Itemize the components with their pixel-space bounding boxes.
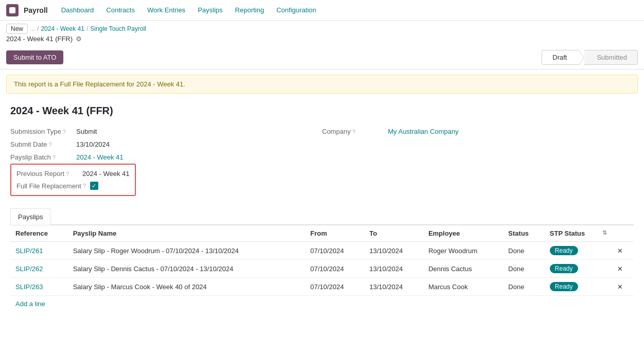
cell-payslip-name-1: Salary Slip - Dennis Cactus - 07/10/2024… — [68, 260, 305, 278]
reference-link-1[interactable]: SLIP/262 — [15, 265, 43, 273]
cell-delete-2: ✕ — [612, 278, 634, 296]
full-file-replacement-label: Full File Replacement ? — [16, 182, 86, 190]
submission-type-field: Submission Type ? Submit — [10, 125, 322, 138]
company-field: Company ? My Australian Company — [322, 125, 634, 138]
breadcrumb-parent2[interactable]: Single Touch Payroll — [90, 25, 146, 32]
breadcrumb-sep2: / — [86, 25, 88, 32]
submit-date-value: 13/10/2024 — [76, 140, 110, 148]
payslip-batch-field: Payslip Batch ? 2024 - Week 41 — [10, 151, 322, 164]
banner-message: This report is a Full File Replacement f… — [14, 80, 185, 88]
status-submitted: Submitted — [584, 50, 638, 65]
stp-badge-1: Ready — [550, 264, 578, 273]
cell-to-1: 13/10/2024 — [364, 260, 423, 278]
submission-type-label: Submission Type ? — [10, 128, 72, 135]
reference-link-2[interactable]: SLIP/263 — [15, 283, 43, 291]
form-fields: Submission Type ? Submit Submit Date ? 1… — [10, 125, 634, 201]
full-file-replacement-field: Full File Replacement ? ✓ — [16, 180, 130, 192]
cell-payslip-name-2: Salary Slip - Marcus Cook - Week 40 of 2… — [68, 278, 305, 296]
full-file-replacement-checkbox[interactable]: ✓ — [90, 182, 98, 190]
highlighted-section: Previous Report ? 2024 - Week 41 Full Fi… — [10, 164, 136, 196]
cell-delete-0: ✕ — [612, 242, 634, 260]
submission-type-help[interactable]: ? — [63, 129, 66, 135]
action-bar: Submit to ATO Draft Submitted — [0, 46, 644, 69]
payslip-batch-help[interactable]: ? — [53, 154, 56, 161]
breadcrumb-sep1: / — [37, 25, 39, 32]
status-arrow — [579, 50, 584, 65]
delete-row-button-0[interactable]: ✕ — [617, 247, 623, 255]
col-from: From — [305, 225, 364, 242]
main-content: 2024 - Week 41 (FFR) Submission Type ? S… — [0, 99, 644, 318]
stp-badge-2: Ready — [550, 282, 578, 291]
full-file-replacement-help[interactable]: ? — [83, 183, 86, 189]
cell-stp-status-2: Ready — [545, 278, 612, 296]
cell-stp-status-0: Ready — [545, 242, 612, 260]
app-name: Payroll — [24, 6, 48, 14]
nav-item-configuration[interactable]: Configuration — [271, 0, 321, 21]
table-row: SLIP/262 Salary Slip - Dennis Cactus - 0… — [10, 260, 634, 278]
new-button[interactable]: New — [6, 24, 28, 34]
table-row: SLIP/261 Salary Slip - Roger Woodrum - 0… — [10, 242, 634, 260]
cell-stp-status-1: Ready — [545, 260, 612, 278]
tabs-container: Payslips — [10, 208, 634, 225]
previous-report-help[interactable]: ? — [66, 171, 69, 177]
cell-from-1: 07/10/2024 — [305, 260, 364, 278]
col-actions — [612, 225, 634, 242]
breadcrumb-current: 2024 - Week 41 (FFR) — [6, 35, 73, 43]
submit-to-ato-button[interactable]: Submit to ATO — [6, 50, 63, 64]
col-payslip-name: Payslip Name — [68, 225, 305, 242]
payslips-table: Reference Payslip Name From To Employee … — [10, 225, 634, 296]
company-label: Company ? — [322, 128, 384, 135]
cell-payslip-name-0: Salary Slip - Roger Woodrum - 07/10/2024… — [68, 242, 305, 260]
stp-sort-icon[interactable]: ⇅ — [602, 229, 607, 236]
company-value[interactable]: My Australian Company — [388, 128, 459, 135]
cell-status-0: Done — [503, 242, 545, 260]
col-status: Status — [503, 225, 545, 242]
col-reference: Reference — [10, 225, 68, 242]
previous-report-field: Previous Report ? 2024 - Week 41 — [16, 168, 130, 180]
company-help[interactable]: ? — [352, 129, 355, 135]
submit-date-help[interactable]: ? — [49, 141, 52, 148]
breadcrumb-parent1[interactable]: 2024 - Week 41 — [41, 25, 84, 32]
cell-employee-1: Dennis Cactus — [423, 260, 503, 278]
nav-item-dashboard[interactable]: Dashboard — [56, 0, 99, 21]
info-banner: This report is a Full File Replacement f… — [6, 75, 638, 94]
record-title: 2024 - Week 41 (FFR) — [10, 105, 634, 117]
nav-item-reporting[interactable]: Reporting — [230, 0, 269, 21]
table-row: SLIP/263 Salary Slip - Marcus Cook - Wee… — [10, 278, 634, 296]
cell-delete-1: ✕ — [612, 260, 634, 278]
submit-date-label: Submit Date ? — [10, 140, 72, 148]
breadcrumb: New ... / 2024 - Week 41 / Single Touch … — [0, 21, 644, 35]
col-to: To — [364, 225, 423, 242]
cell-from-2: 07/10/2024 — [305, 278, 364, 296]
table-header-row: Reference Payslip Name From To Employee … — [10, 225, 634, 242]
cell-status-2: Done — [503, 278, 545, 296]
app-logo — [6, 4, 19, 16]
stp-badge-0: Ready — [550, 246, 578, 255]
col-stp-status: STP Status ⇅ — [545, 225, 612, 242]
breadcrumb-ellipsis: ... — [30, 25, 35, 32]
cell-to-2: 13/10/2024 — [364, 278, 423, 296]
cell-reference-2: SLIP/263 — [10, 278, 68, 296]
cell-employee-2: Marcus Cook — [423, 278, 503, 296]
submit-date-field: Submit Date ? 13/10/2024 — [10, 138, 322, 151]
previous-report-value: 2024 - Week 41 — [82, 170, 130, 178]
cell-status-1: Done — [503, 260, 545, 278]
gear-icon[interactable]: ⚙ — [76, 35, 82, 43]
reference-link-0[interactable]: SLIP/261 — [15, 247, 43, 255]
status-pipeline: Draft Submitted — [542, 50, 638, 65]
cell-from-0: 07/10/2024 — [305, 242, 364, 260]
delete-row-button-1[interactable]: ✕ — [617, 265, 623, 273]
top-navigation: Payroll Dashboard Contracts Work Entries… — [0, 0, 644, 21]
nav-item-payslips[interactable]: Payslips — [193, 0, 228, 21]
payslip-batch-value[interactable]: 2024 - Week 41 — [76, 153, 124, 161]
tab-payslips[interactable]: Payslips — [10, 208, 50, 225]
delete-row-button-2[interactable]: ✕ — [617, 283, 623, 291]
submission-type-value: Submit — [76, 128, 97, 135]
add-line-button[interactable]: Add a line — [10, 296, 50, 312]
cell-reference-1: SLIP/262 — [10, 260, 68, 278]
status-draft: Draft — [542, 50, 579, 65]
nav-item-work-entries[interactable]: Work Entries — [142, 0, 190, 21]
payslip-batch-label: Payslip Batch ? — [10, 153, 72, 161]
cell-to-0: 13/10/2024 — [364, 242, 423, 260]
nav-item-contracts[interactable]: Contracts — [101, 0, 140, 21]
